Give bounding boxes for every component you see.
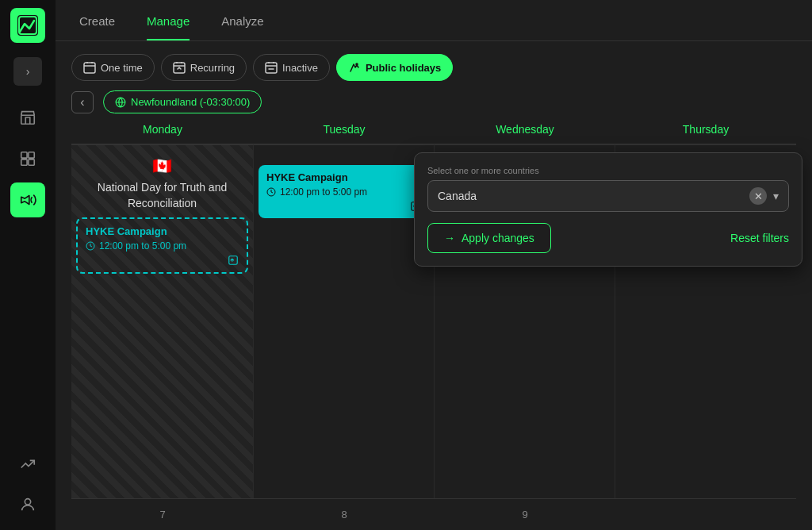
svg-rect-8 [84,63,95,73]
main-content: Create Manage Analyze One time Recurring [56,0,812,530]
day-headers: Monday Tuesday Wednesday Thursday [71,120,796,144]
campaign-card-monday[interactable]: HYKE Campaign 12:00 pm to 5:00 pm [76,217,248,274]
clock-icon [86,241,95,251]
timezone-badge[interactable]: Newfoundland (-03:30:00) [103,90,262,113]
clock-icon-tuesday [266,187,276,197]
recurring-small-icon [228,255,239,266]
holiday-title: National Day for Truth and Reconciliatio… [76,180,248,211]
campaign-title-monday: HYKE Campaign [86,225,239,237]
calendar-back-button[interactable]: ‹ [71,91,94,113]
country-dropdown-panel: Select one or more countries Canada ✕ ▾ … [414,152,802,267]
globe-icon [115,97,126,108]
day-header-monday: Monday [71,120,254,139]
dropdown-actions: → Apply changes Reset filters [427,223,789,253]
day-cell-monday: 🇨🇦 National Day for Truth and Reconcilia… [71,144,254,498]
clear-country-button[interactable]: ✕ [749,187,767,205]
bottom-row: 7 8 9 [71,498,796,530]
svg-rect-6 [29,159,34,165]
campaign-title-tuesday: HYKE Campaign › [266,171,421,183]
svg-point-11 [356,63,358,65]
campaign-time-monday: 12:00 pm to 5:00 pm [86,240,239,252]
chevron-down-icon: ▾ [773,190,779,202]
filter-tab-recurring[interactable]: Recurring [161,54,247,81]
party-icon [348,61,361,74]
bottom-num-tuesday: 8 [254,505,435,524]
apply-arrow-icon: → [444,232,455,244]
apply-changes-button[interactable]: → Apply changes [427,223,551,253]
svg-rect-5 [21,159,27,165]
svg-rect-3 [21,152,27,158]
tab-analyze[interactable]: Analyze [221,14,263,40]
calendar-header: ‹ Newfoundland (-03:30:00) [71,81,796,120]
sidebar-item-grid[interactable] [10,141,45,176]
svg-rect-0 [18,16,37,35]
sidebar: › [0,0,56,530]
calendar-icon [83,61,96,74]
bottom-num-monday: 7 [71,505,254,524]
app-logo [10,8,45,43]
recurring-icon [173,61,186,74]
filter-tab-public-holidays[interactable]: Public holidays [336,54,453,81]
top-nav: Create Manage Analyze [56,0,812,41]
holiday-flag: 🇨🇦 [76,156,248,175]
tab-create[interactable]: Create [79,14,115,40]
day-number-tuesday: 1 [259,150,429,162]
day-cell-tuesday: 1 HYKE Campaign › 12:00 pm to 5:00 pm [254,144,435,498]
filter-tab-one-time[interactable]: One time [71,54,155,81]
campaign-card-tuesday[interactable]: HYKE Campaign › 12:00 pm to 5:00 pm [259,165,429,218]
campaign-recurring-icon [86,255,239,266]
sidebar-item-store[interactable] [10,100,45,135]
campaign-icon-tuesday [266,201,421,212]
selected-country: Canada [438,190,743,202]
bottom-num-thursday [615,505,796,524]
inactive-icon [265,61,278,74]
filter-tabs: One time Recurring Inactive [56,41,812,81]
svg-rect-2 [21,115,35,124]
campaign-time-tuesday: 12:00 pm to 5:00 pm [266,186,421,198]
svg-rect-10 [266,63,277,73]
svg-rect-4 [29,152,34,158]
sidebar-toggle[interactable]: › [13,57,42,86]
sidebar-item-analytics[interactable] [10,446,45,481]
dropdown-label: Select one or more countries [427,166,789,175]
tab-manage[interactable]: Manage [147,14,190,40]
bottom-num-wednesday: 9 [435,505,615,524]
day-header-tuesday: Tuesday [254,120,435,139]
sidebar-item-account[interactable] [10,487,45,522]
svg-point-7 [25,499,30,505]
calendar-area: ‹ Newfoundland (-03:30:00) Monday Tuesda… [56,81,812,530]
filter-tab-inactive[interactable]: Inactive [253,54,330,81]
sidebar-item-campaigns[interactable] [10,182,45,217]
country-input[interactable]: Canada ✕ ▾ [427,180,789,212]
reset-filters-button[interactable]: Reset filters [730,232,789,244]
day-header-thursday: Thursday [615,120,796,139]
day-header-wednesday: Wednesday [435,120,615,139]
